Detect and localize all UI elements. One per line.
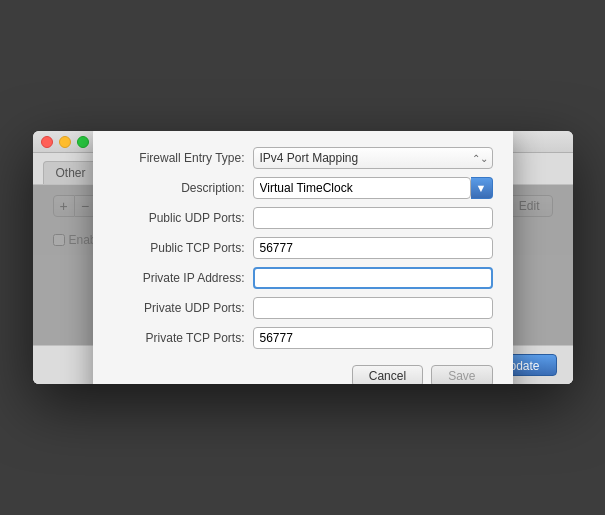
firewall-type-select[interactable]: IPv4 Port Mapping IPv6 Port Mapping	[253, 147, 493, 169]
modal-cancel-button[interactable]: Cancel	[352, 365, 423, 384]
public-udp-label: Public UDP Ports:	[113, 211, 253, 225]
traffic-lights	[41, 136, 89, 148]
public-udp-field-wrapper	[253, 207, 493, 229]
description-label: Description:	[113, 181, 253, 195]
main-window: AirPort Utility Other + − Edit Enable Ac…	[33, 131, 573, 384]
private-udp-row: Private UDP Ports:	[113, 297, 493, 319]
private-tcp-label: Private TCP Ports:	[113, 331, 253, 345]
modal-save-button[interactable]: Save	[431, 365, 492, 384]
private-ip-row: Private IP Address:	[113, 267, 493, 289]
private-ip-label: Private IP Address:	[113, 271, 253, 285]
firewall-entry-modal: Firewall Entry Type: IPv4 Port Mapping I…	[93, 131, 513, 384]
private-ip-input[interactable]	[253, 267, 493, 289]
tab-other[interactable]: Other	[43, 161, 99, 184]
public-udp-row: Public UDP Ports:	[113, 207, 493, 229]
content-area: + − Edit Enable Access Control: Timed Ac…	[33, 185, 573, 345]
description-row: Description: ▼	[113, 177, 493, 199]
modal-buttons: Cancel Save	[113, 365, 493, 384]
public-tcp-field-wrapper	[253, 237, 493, 259]
description-input[interactable]	[253, 177, 471, 199]
description-dropdown-button[interactable]: ▼	[471, 177, 493, 199]
chevron-down-icon: ▼	[476, 182, 487, 194]
modal-overlay: Firewall Entry Type: IPv4 Port Mapping I…	[33, 185, 573, 345]
public-tcp-input[interactable]	[253, 237, 493, 259]
public-tcp-row: Public TCP Ports:	[113, 237, 493, 259]
public-udp-input[interactable]	[253, 207, 493, 229]
private-ip-field-wrapper	[253, 267, 493, 289]
private-udp-field-wrapper	[253, 297, 493, 319]
firewall-type-label: Firewall Entry Type:	[113, 151, 253, 165]
private-tcp-row: Private TCP Ports:	[113, 327, 493, 349]
minimize-button[interactable]	[59, 136, 71, 148]
private-tcp-field-wrapper	[253, 327, 493, 349]
description-field-wrapper: ▼	[253, 177, 493, 199]
private-tcp-input[interactable]	[253, 327, 493, 349]
public-tcp-label: Public TCP Ports:	[113, 241, 253, 255]
close-button[interactable]	[41, 136, 53, 148]
private-udp-label: Private UDP Ports:	[113, 301, 253, 315]
firewall-type-row: Firewall Entry Type: IPv4 Port Mapping I…	[113, 147, 493, 169]
maximize-button[interactable]	[77, 136, 89, 148]
firewall-type-select-wrapper: IPv4 Port Mapping IPv6 Port Mapping ⌃⌄	[253, 147, 493, 169]
window-body: Other + − Edit Enable Access Control: Ti…	[33, 153, 573, 384]
private-udp-input[interactable]	[253, 297, 493, 319]
